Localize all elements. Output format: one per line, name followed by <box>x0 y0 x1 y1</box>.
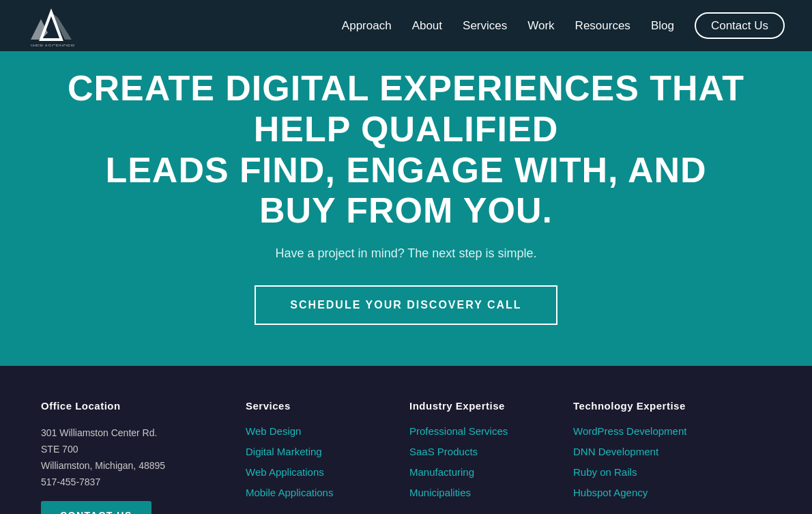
footer-link-manufacturing[interactable]: Manufacturing <box>409 466 474 478</box>
logo[interactable]: WEB ASCENDER <box>27 5 75 46</box>
footer-office-heading: Office Location <box>41 400 232 412</box>
svg-marker-1 <box>51 12 72 40</box>
footer-technology-heading: Technology Expertise <box>573 400 723 412</box>
nav-blog[interactable]: Blog <box>651 19 674 32</box>
list-item: WordPress Development <box>573 425 723 438</box>
footer: Office Location 301 Williamston Center R… <box>0 366 812 514</box>
footer-services-col: Services Web Design Digital Marketing We… <box>246 400 396 514</box>
footer-link-web-applications[interactable]: Web Applications <box>246 466 324 478</box>
footer-link-ruby-on-rails[interactable]: Ruby on Rails <box>573 466 637 478</box>
svg-text:WEB ASCENDER: WEB ASCENDER <box>31 43 75 46</box>
footer-industry-heading: Industry Expertise <box>409 400 560 412</box>
footer-grid: Office Location 301 Williamston Center R… <box>41 400 771 514</box>
list-item: Web Design <box>246 425 396 438</box>
footer-link-digital-marketing[interactable]: Digital Marketing <box>246 446 322 457</box>
hero-heading: CREATE DIGITAL EXPERIENCES THAT HELP QUA… <box>65 68 747 231</box>
nav-resources[interactable]: Resources <box>575 19 630 32</box>
list-item: Municipalities <box>409 487 560 499</box>
list-item: Hubspot Agency <box>573 487 723 499</box>
footer-address: 301 Williamston Center Rd. STE 700 Willi… <box>41 425 232 490</box>
footer-services-list: Web Design Digital Marketing Web Applica… <box>246 425 396 499</box>
footer-office-col: Office Location 301 Williamston Center R… <box>41 400 232 514</box>
footer-link-mobile-applications[interactable]: Mobile Applications <box>246 487 333 498</box>
list-item: DNN Development <box>573 446 723 458</box>
list-item: Professional Services <box>409 425 560 438</box>
list-item: Ruby on Rails <box>573 466 723 479</box>
footer-link-dnn[interactable]: DNN Development <box>573 446 658 457</box>
footer-industry-list: Professional Services SaaS Products Manu… <box>409 425 560 499</box>
main-nav: WEB ASCENDER Approach About Services Wor… <box>0 0 812 51</box>
footer-link-saas-products[interactable]: SaaS Products <box>409 446 478 457</box>
nav-links: Approach About Services Work Resources B… <box>342 19 785 33</box>
footer-industry-col: Industry Expertise Professional Services… <box>409 400 560 514</box>
footer-technology-col: Technology Expertise WordPress Developme… <box>573 400 723 514</box>
nav-about[interactable]: About <box>412 19 442 32</box>
list-item: Mobile Applications <box>246 487 396 499</box>
svg-marker-2 <box>31 19 48 40</box>
footer-link-municipalities[interactable]: Municipalities <box>409 487 471 498</box>
footer-link-hubspot[interactable]: Hubspot Agency <box>573 487 648 498</box>
list-item: Manufacturing <box>409 466 560 479</box>
nav-services[interactable]: Services <box>463 19 507 32</box>
footer-contact-button[interactable]: CONTACT US <box>41 501 151 514</box>
footer-services-heading: Services <box>246 400 396 412</box>
list-item: Digital Marketing <box>246 446 396 458</box>
nav-work[interactable]: Work <box>527 19 554 32</box>
nav-approach[interactable]: Approach <box>342 19 392 32</box>
footer-link-wordpress[interactable]: WordPress Development <box>573 425 686 437</box>
list-item: Web Applications <box>246 466 396 479</box>
hero-subtext: Have a project in mind? The next step is… <box>276 246 537 261</box>
footer-technology-list: WordPress Development DNN Development Ru… <box>573 425 723 499</box>
hero-section: CREATE DIGITAL EXPERIENCES THAT HELP QUA… <box>0 0 812 366</box>
cta-button[interactable]: SCHEDULE YOUR DISCOVERY CALL <box>255 285 557 325</box>
footer-link-professional-services[interactable]: Professional Services <box>409 425 508 437</box>
list-item: SaaS Products <box>409 446 560 458</box>
footer-link-web-design[interactable]: Web Design <box>246 425 301 437</box>
nav-contact-button[interactable]: Contact Us <box>695 12 785 39</box>
